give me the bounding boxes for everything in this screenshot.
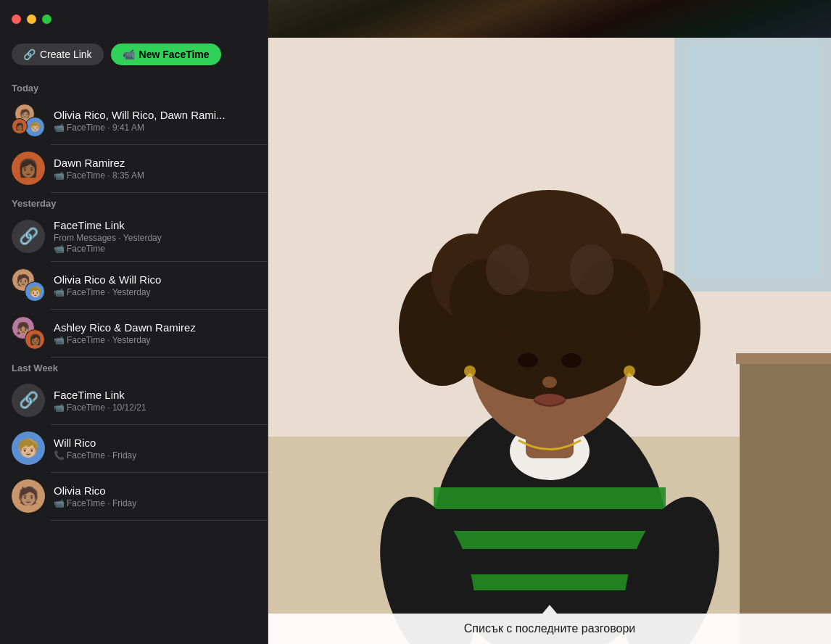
call-name: Olivia Rico, Will Rico, Dawn Rami... xyxy=(54,109,256,121)
title-bar xyxy=(0,0,268,38)
section-header-today: Today xyxy=(0,77,268,96)
call-detail: 📹 FaceTime · 9:41 AM xyxy=(54,123,256,133)
svg-point-26 xyxy=(542,376,557,388)
call-name-link2: FaceTime Link xyxy=(54,389,256,401)
call-detail-olivia-will: 📹 FaceTime · Yesterday xyxy=(54,287,256,297)
call-name-dawn: Dawn Ramirez xyxy=(54,157,256,169)
call-item-will[interactable]: 🧒🏼 Will Rico 📞 FaceTime · Friday xyxy=(0,424,268,472)
svg-rect-6 xyxy=(736,353,831,364)
sidebar: 🔗 Create Link 📹 New FaceTime Today 🧑🏽 🧒🏼… xyxy=(0,38,268,644)
video-icon-ad: 📹 xyxy=(54,335,65,345)
svg-rect-4 xyxy=(689,45,819,277)
section-header-yesterday: Yesterday xyxy=(0,192,268,212)
minimize-button[interactable] xyxy=(27,15,36,24)
svg-point-25 xyxy=(561,353,582,368)
video-icon: 📹 xyxy=(54,123,65,133)
create-link-button[interactable]: 🔗 Create Link xyxy=(12,44,104,65)
call-detail-dawn: 📹 FaceTime · 8:35 AM xyxy=(54,170,256,181)
video-area: Списък с последните разговори xyxy=(268,38,831,644)
call-detail-link1b: 📹 FaceTime xyxy=(54,244,256,254)
video-icon-olivia: 📹 xyxy=(54,498,65,508)
svg-point-24 xyxy=(518,353,538,368)
link-icon: 🔗 xyxy=(23,49,36,60)
avatar-dawn: 👩🏾 xyxy=(12,152,45,185)
call-detail-ashley-dawn: 📹 FaceTime · Yesterday xyxy=(54,335,256,345)
call-info-group: Olivia Rico, Will Rico, Dawn Rami... 📹 F… xyxy=(54,109,256,133)
new-facetime-button[interactable]: 📹 New FaceTime xyxy=(111,44,221,65)
call-info-will: Will Rico 📞 FaceTime · Friday xyxy=(54,437,256,461)
avatar-olivia-will: 🧑🏽 🧒🏼 xyxy=(12,268,45,302)
call-name-ashley-dawn: Ashley Rico & Dawn Ramirez xyxy=(54,321,256,334)
video-icon-ow: 📹 xyxy=(54,287,65,297)
link-icon-avatar: 🔗 xyxy=(19,227,38,246)
caption-text: Списък с последните разговори xyxy=(464,622,635,635)
caption-area: Списък с последните разговори xyxy=(268,614,831,644)
call-item-ashley-dawn[interactable]: 👧🏽 👩🏾 Ashley Rico & Dawn Ramirez 📹 FaceT… xyxy=(0,309,268,357)
call-item-dawn[interactable]: 👩🏾 Dawn Ramirez 📹 FaceTime · 8:35 AM xyxy=(0,144,268,192)
call-item-link1[interactable]: 🔗 FaceTime Link From Messages · Yesterda… xyxy=(0,212,268,261)
svg-rect-8 xyxy=(434,487,666,509)
toolbar: 🔗 Create Link 📹 New FaceTime xyxy=(0,38,268,77)
call-info-dawn: Dawn Ramirez 📹 FaceTime · 8:35 AM xyxy=(54,157,256,181)
avatar-will: 🧒🏼 xyxy=(12,432,45,465)
close-button[interactable] xyxy=(12,15,21,24)
call-item-link2[interactable]: 🔗 FaceTime Link 📹 FaceTime · 10/12/21 xyxy=(0,376,268,424)
call-info-ashley-dawn: Ashley Rico & Dawn Ramirez 📹 FaceTime · … xyxy=(54,321,256,345)
video-camera-icon: 📹 xyxy=(123,49,135,60)
section-header-lastweek: Last Week xyxy=(0,357,268,376)
avatar-ashley-dawn: 👧🏽 👩🏾 xyxy=(12,316,45,350)
call-name-olivia-will: Olivia Rico & Will Rico xyxy=(54,273,256,286)
svg-point-29 xyxy=(624,366,635,377)
call-detail-link1a: From Messages · Yesterday xyxy=(54,233,256,243)
call-info-link1: FaceTime Link From Messages · Yesterday … xyxy=(54,219,256,254)
call-name-will: Will Rico xyxy=(54,437,256,449)
link-icon-avatar2: 🔗 xyxy=(19,391,38,410)
svg-rect-9 xyxy=(434,531,666,549)
call-info-link2: FaceTime Link 📹 FaceTime · 10/12/21 xyxy=(54,389,256,413)
call-item-group[interactable]: 🧑🏽 🧒🏼 👩🏾 Olivia Rico, Will Rico, Dawn Ra… xyxy=(0,96,268,144)
svg-point-22 xyxy=(486,244,529,295)
svg-rect-5 xyxy=(740,357,831,644)
maximize-button[interactable] xyxy=(42,15,51,24)
video-icon-link1: 📹 xyxy=(54,244,65,254)
call-detail-will: 📞 FaceTime · Friday xyxy=(54,450,256,461)
video-icon-link2: 📹 xyxy=(54,402,65,413)
call-item-olivia[interactable]: 🧑🏽 Olivia Rico 📹 FaceTime · Friday xyxy=(0,472,268,520)
call-info-olivia-will: Olivia Rico & Will Rico 📹 FaceTime · Yes… xyxy=(54,273,256,297)
call-detail-olivia: 📹 FaceTime · Friday xyxy=(54,498,256,508)
avatar-olivia: 🧑🏽 xyxy=(12,479,45,513)
svg-point-27 xyxy=(534,394,566,407)
new-facetime-label: New FaceTime xyxy=(139,49,210,60)
call-name-link1: FaceTime Link xyxy=(54,219,256,231)
call-info-olivia: Olivia Rico 📹 FaceTime · Friday xyxy=(54,484,256,508)
avatar-link2: 🔗 xyxy=(12,384,45,417)
call-item-olivia-will[interactable]: 🧑🏽 🧒🏼 Olivia Rico & Will Rico 📹 FaceTime… xyxy=(0,261,268,309)
avatar-link1: 🔗 xyxy=(12,220,45,253)
create-link-label: Create Link xyxy=(40,49,92,60)
call-detail-link2: 📹 FaceTime · 10/12/21 xyxy=(54,402,256,413)
svg-point-28 xyxy=(464,366,476,377)
traffic-lights xyxy=(12,15,51,24)
avatar-group: 🧑🏽 🧒🏼 👩🏾 xyxy=(12,104,45,137)
video-icon-dawn: 📹 xyxy=(54,170,65,181)
phone-icon-will: 📞 xyxy=(54,450,65,461)
call-name-olivia: Olivia Rico xyxy=(54,484,256,497)
svg-point-23 xyxy=(570,244,613,295)
